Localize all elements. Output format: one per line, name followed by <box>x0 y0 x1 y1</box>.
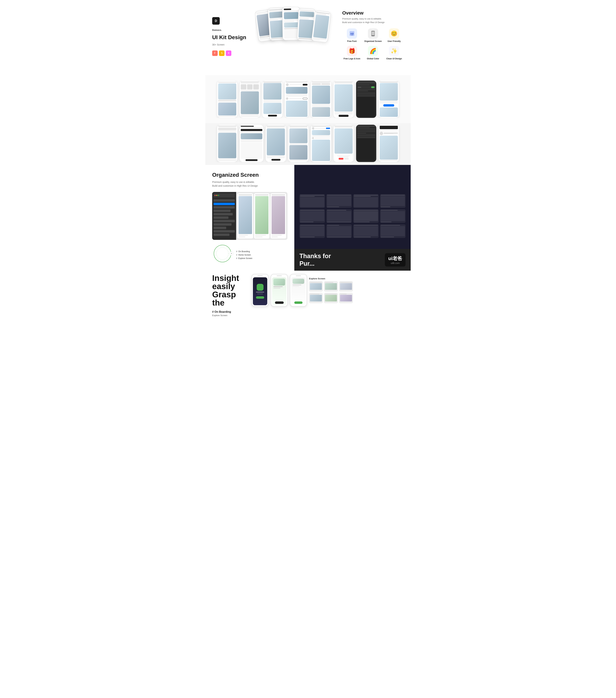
brand-name: Domoco. <box>212 29 250 31</box>
screen-card-2 <box>240 80 260 118</box>
organized-screen-icon <box>368 28 378 39</box>
window-close-dot <box>214 195 215 196</box>
insight-section: Insight easily Grasp the # On Boarding E… <box>205 271 411 322</box>
sc2-news <box>240 125 264 162</box>
circle-close-btn[interactable]: × <box>229 251 234 255</box>
hero-subtitle: 30+ Screen <box>212 43 250 46</box>
thanks-text-block: Thanks for Pur... <box>299 252 331 267</box>
bottom-section: Organized Screen Premium quality, easy t… <box>205 165 411 271</box>
sc2-post <box>288 125 309 162</box>
window-maximize-dot <box>218 195 219 196</box>
explore-grid-item-4 <box>309 293 323 303</box>
figma-layer-2-active <box>213 203 235 205</box>
screens-row-2 <box>209 125 407 162</box>
figma-layer-6 <box>213 217 228 219</box>
explore-screen-tag: Explore Screen <box>309 277 353 280</box>
feature-user-friendly: 😊 User Friendly <box>384 28 404 42</box>
hero-left-panel: D Domoco. UI Kit Design 30+ Screen F S X <box>212 7 250 72</box>
figma-layer-7 <box>213 220 235 222</box>
figma-layer-1 <box>213 199 235 202</box>
onboarding-hashtag: # On Boarding <box>212 310 247 313</box>
design-tool-preview <box>212 192 288 240</box>
watermark-main-text: ui老爸 <box>388 255 402 262</box>
screen-list-area: × On Boarding Home Screen Explore Screen <box>212 243 288 264</box>
explore-screens-label: Explore Screen <box>309 277 353 303</box>
onboarding-phone-2 <box>271 274 288 307</box>
screen-list-item-explore: Explore Screen <box>236 257 252 260</box>
screens-row-2-section <box>205 123 411 165</box>
dark-screen-12 <box>380 224 406 238</box>
hero-phones-area <box>255 7 334 72</box>
figma-canvas <box>236 192 288 240</box>
sketch-icon: S <box>219 51 224 56</box>
screen-card-1 <box>217 80 238 118</box>
user-friendly-icon: 😊 <box>389 28 399 39</box>
screen-card-8 <box>378 80 399 118</box>
insight-left-panel: Insight easily Grasp the # On Boarding E… <box>212 274 247 317</box>
figma-layer-3 <box>213 206 235 209</box>
overview-title: Overview <box>342 10 404 16</box>
sc2-history <box>333 125 354 162</box>
figma-sidebar <box>212 192 236 240</box>
screens-section <box>205 75 411 123</box>
features-grid: ABCD Free Font Organized Screen 😊 User F… <box>342 28 404 60</box>
organized-screen-label: Organized Screen <box>364 40 382 42</box>
hero-section: D Domoco. UI Kit Design 30+ Screen F S X <box>205 0 411 75</box>
overview-desc: Premium quality, easy to use & editable.… <box>342 17 404 24</box>
dark-screen-2 <box>326 194 352 208</box>
sc2-1 <box>217 125 238 162</box>
figma-frame-3 <box>270 193 286 238</box>
sc2-3 <box>266 125 286 162</box>
free-font-label: Free Font <box>347 40 356 42</box>
organized-left: Organized Screen Premium quality, easy t… <box>205 165 294 271</box>
feature-free-font: ABCD Free Font <box>342 28 362 42</box>
dark-screen-8 <box>380 209 406 223</box>
clean-ui-icon: ✨ <box>389 46 399 56</box>
user-friendly-label: User Friendly <box>388 40 401 42</box>
tool-icons: F S X <box>212 51 250 56</box>
screen-card-5 <box>311 80 331 118</box>
dark-screens-grid <box>299 194 406 238</box>
explore-grid-item-5 <box>324 293 338 303</box>
explore-screens-grid <box>309 281 353 303</box>
dark-screen-4 <box>380 194 406 208</box>
insight-text: Insight easily <box>212 274 247 291</box>
svg-rect-5 <box>372 36 374 36</box>
explore-grid-item-3 <box>339 281 353 292</box>
figma-top-bar <box>213 193 235 197</box>
thanks-line1: Thanks for <box>299 252 331 260</box>
svg-rect-4 <box>372 31 374 35</box>
watermark-box: ui老爸 uil8.com <box>385 253 406 267</box>
screen-card-6 <box>333 80 354 118</box>
grasp-text: Grasp the <box>212 291 247 307</box>
sc2-profile <box>378 125 399 162</box>
figma-layer-8 <box>213 223 232 226</box>
onboarding-phone-1 <box>252 274 269 307</box>
screens-row <box>209 80 407 118</box>
onboarding-phones-area: Explore Screen <box>252 274 404 307</box>
dark-screen-9 <box>299 224 325 238</box>
circle-decoration: × <box>212 243 233 264</box>
dark-screen-1 <box>299 194 325 208</box>
svg-text:CD: CD <box>351 34 353 36</box>
screen-list-item-onboarding: On Boarding <box>236 250 252 253</box>
hero-title: UI Kit Design <box>212 34 250 41</box>
global-color-label: Global Color <box>367 57 379 60</box>
feature-organized-screen: Organized Screen <box>363 28 382 42</box>
dark-screen-10 <box>326 224 352 238</box>
figma-layer-5 <box>213 213 233 215</box>
global-color-icon: 🌈 <box>368 46 378 56</box>
screen-list: On Boarding Home Screen Explore Screen <box>236 250 252 260</box>
figma-layer-11 <box>213 234 229 236</box>
onboarding-phone-3 <box>290 274 307 307</box>
organized-desc: Premium quality, easy to use & editable.… <box>212 180 288 188</box>
figma-icon: F <box>212 51 218 56</box>
explore-grid-item-6 <box>339 293 353 303</box>
xd-icon: X <box>226 51 232 56</box>
free-logo-label: Free Logo & Icon <box>344 57 360 60</box>
dark-screen-3 <box>353 194 379 208</box>
feature-clean-ui: ✨ Clean UI Design <box>384 46 404 60</box>
explore-grid-item-1 <box>309 281 323 292</box>
window-minimize-dot <box>216 195 217 196</box>
explore-grid-item-2 <box>324 281 338 292</box>
